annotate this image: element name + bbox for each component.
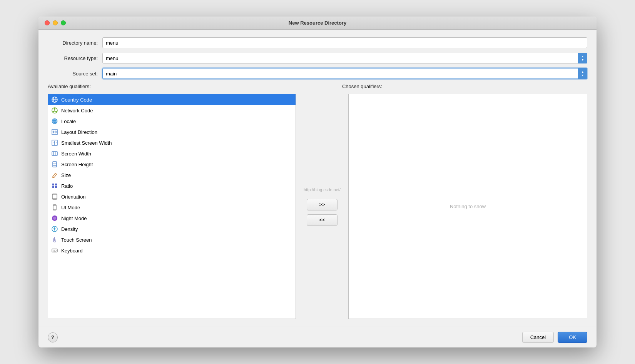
svg-rect-21	[53, 162, 57, 167]
ui-mode-icon	[51, 204, 58, 211]
qualifier-item-night-mode[interactable]: Night Mode	[48, 213, 296, 224]
source-set-wrapper: main	[102, 68, 587, 79]
smallest-screen-width-icon	[51, 139, 58, 146]
svg-rect-18	[52, 152, 57, 155]
dialog-title: New Resource Directory	[289, 20, 346, 26]
cancel-button[interactable]: Cancel	[522, 332, 554, 343]
keyboard-icon	[51, 247, 58, 254]
new-resource-directory-dialog: New Resource Directory Directory name: R…	[38, 17, 597, 347]
svg-rect-43	[56, 250, 57, 250]
help-button[interactable]: ?	[48, 332, 58, 342]
qualifier-label-screen-height: Screen Height	[61, 162, 93, 167]
qualifier-label-orientation: Orientation	[61, 194, 86, 200]
chosen-qualifiers-label: Chosen qualifiers:	[342, 83, 587, 89]
maximize-button[interactable]	[61, 20, 66, 25]
qualifier-label-layout-direction: Layout Direction	[61, 129, 97, 135]
qualifier-label-network-code: Network Code	[61, 108, 93, 114]
add-qualifier-button[interactable]: >>	[307, 199, 338, 210]
ratio-icon	[51, 182, 58, 189]
directory-name-label: Directory name:	[48, 40, 98, 46]
qualifier-item-touch-screen[interactable]: Touch Screen	[48, 234, 296, 245]
qualifier-item-orientation[interactable]: Orientation	[48, 191, 296, 202]
size-icon	[51, 172, 58, 179]
qualifier-item-density[interactable]: Density	[48, 224, 296, 234]
window-controls	[45, 20, 66, 25]
svg-rect-44	[53, 251, 56, 252]
chosen-qualifiers-panel: Nothing to show	[348, 94, 587, 319]
svg-rect-28	[55, 186, 57, 188]
qualifier-item-network-code[interactable]: Network Code	[48, 105, 296, 116]
qualifier-label-country-code: Country Code	[61, 97, 92, 103]
available-qualifiers-panel: Country CodeNetwork CodeLocaleLayout Dir…	[48, 94, 296, 319]
qualifiers-headers: Available qualifiers: Chosen qualifiers:	[48, 83, 587, 91]
svg-rect-25	[52, 184, 54, 185]
locale-icon	[51, 118, 58, 125]
qualifier-item-screen-width[interactable]: Screen Width	[48, 148, 296, 159]
qualifier-label-keyboard: Keyboard	[61, 248, 83, 254]
qualifier-label-locale: Locale	[61, 119, 76, 124]
resource-type-row: Resource type: menu	[48, 53, 587, 63]
directory-name-input[interactable]	[102, 37, 587, 48]
layout-direction-icon	[51, 129, 58, 135]
touch-screen-icon	[51, 236, 58, 243]
qualifier-item-keyboard[interactable]: Keyboard	[48, 245, 296, 256]
qualifier-label-touch-screen: Touch Screen	[61, 237, 92, 243]
screen-height-icon	[51, 161, 58, 168]
close-button[interactable]	[45, 20, 50, 25]
qualifiers-row: Country CodeNetwork CodeLocaleLayout Dir…	[48, 94, 587, 319]
qualifier-item-country-code[interactable]: Country Code	[48, 94, 296, 105]
available-qualifiers-list[interactable]: Country CodeNetwork CodeLocaleLayout Dir…	[48, 94, 296, 319]
qualifier-item-screen-height[interactable]: Screen Height	[48, 159, 296, 170]
qualifier-item-locale[interactable]: Locale	[48, 116, 296, 127]
qualifier-label-density: Density	[61, 226, 78, 232]
available-qualifiers-label: Available qualifiers:	[48, 83, 296, 89]
resource-type-wrapper: menu	[102, 53, 587, 63]
qualifier-item-size[interactable]: Size	[48, 170, 296, 180]
country-code-icon	[51, 96, 58, 103]
qualifier-label-night-mode: Night Mode	[61, 215, 87, 221]
qualifier-item-ui-mode[interactable]: UI Mode	[48, 202, 296, 213]
svg-point-4	[54, 108, 55, 110]
title-bar: New Resource Directory	[38, 17, 597, 30]
footer-action-buttons: Cancel OK	[522, 332, 587, 343]
dialog-footer: ? Cancel OK	[38, 327, 597, 347]
qualifier-label-ratio: Ratio	[61, 183, 73, 189]
night-mode-icon	[51, 215, 58, 222]
svg-rect-27	[52, 186, 54, 188]
network-code-icon	[51, 107, 58, 114]
svg-point-36	[53, 217, 56, 220]
qualifier-label-smallest-screen-width: Smallest Screen Width	[61, 140, 112, 146]
qualifier-item-layout-direction[interactable]: Layout Direction	[48, 127, 296, 137]
minimize-button[interactable]	[53, 20, 58, 25]
qualifier-label-ui-mode: UI Mode	[61, 205, 80, 210]
qualifier-item-smallest-screen-width[interactable]: Smallest Screen Width	[48, 137, 296, 148]
svg-rect-41	[53, 250, 53, 250]
screen-width-icon	[51, 150, 58, 157]
resource-type-label: Resource type:	[48, 55, 98, 61]
density-icon	[51, 225, 58, 232]
watermark-text: http://blog.csdn.net/	[304, 187, 341, 192]
svg-rect-26	[55, 184, 57, 185]
qualifier-item-ratio[interactable]: Ratio	[48, 180, 296, 191]
orientation-icon	[51, 193, 58, 200]
qualifier-label-size: Size	[61, 172, 71, 178]
directory-name-row: Directory name:	[48, 37, 587, 48]
svg-rect-42	[54, 250, 55, 250]
ok-button[interactable]: OK	[558, 332, 587, 343]
source-set-label: Source set:	[48, 71, 98, 77]
dialog-body: Directory name: Resource type: menu Sour…	[38, 30, 597, 327]
chosen-qualifiers-list[interactable]: Nothing to show	[348, 94, 587, 319]
remove-qualifier-button[interactable]: <<	[307, 214, 338, 226]
resource-type-select[interactable]: menu	[102, 53, 587, 63]
qualifiers-section: Available qualifiers: Chosen qualifiers:…	[48, 83, 587, 319]
source-set-row: Source set: main	[48, 68, 587, 79]
nothing-to-show-text: Nothing to show	[450, 204, 486, 209]
source-set-select[interactable]: main	[102, 68, 587, 79]
qualifier-label-screen-width: Screen Width	[61, 151, 91, 157]
transfer-buttons: http://blog.csdn.net/ >> <<	[296, 94, 348, 319]
